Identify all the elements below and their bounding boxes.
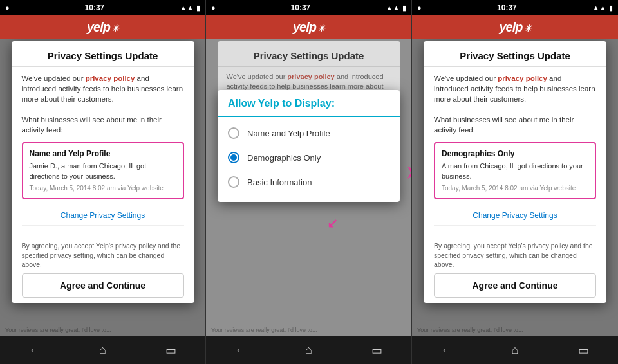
status-left-2: ●: [211, 4, 216, 12]
agree-btn-3[interactable]: Agree and Continue: [434, 273, 596, 298]
android-icon-3: ●: [417, 4, 422, 12]
status-bar-2: ● 10:37 ▲▲ ▮: [206, 0, 411, 15]
modal-overlay-3: Privacy Settings Update We've updated ou…: [412, 39, 618, 336]
recent-btn-3[interactable]: ▭: [571, 338, 597, 363]
activity-date-3: Today, March 5, 2014 8:02 am via Yelp we…: [442, 184, 588, 193]
yelp-star-1: ✳: [111, 23, 118, 33]
modal-body-1: We've updated our privacy policy and int…: [12, 67, 194, 236]
agree-footer-1: By agreeing, you accept Yelp's privacy p…: [12, 236, 194, 303]
home-btn-2[interactable]: ⌂: [295, 338, 321, 363]
activity-box-1: Name and Yelp Profile Jamie D., a man fr…: [22, 142, 184, 200]
status-bar-1: ● 10:37 ▲▲ ▮: [0, 0, 205, 15]
bottom-nav-1: ← ⌂ ▭: [0, 336, 205, 364]
battery-icon-2: ▮: [402, 4, 406, 12]
sub-text-3: What businesses will see about me in the…: [434, 116, 574, 134]
footer-text-3: By agreeing, you accept Yelp's privacy p…: [434, 242, 593, 268]
status-time-2: 10:37: [291, 3, 311, 12]
battery-icon-1: ▮: [196, 4, 200, 12]
back-btn-1[interactable]: ←: [21, 338, 47, 363]
android-icon: ●: [5, 4, 10, 12]
radio-option-demographics[interactable]: Demographics Only: [218, 145, 400, 170]
back-btn-3[interactable]: ←: [433, 338, 459, 363]
intro-text-1: We've updated our: [22, 75, 86, 82]
modal-box-1: Privacy Settings Update We've updated ou…: [12, 41, 194, 303]
activity-date-1: Today, March 5, 2014 8:02 am via Yelp we…: [30, 184, 176, 193]
radio-option-name[interactable]: Name and Yelp Profile: [218, 121, 400, 145]
bottom-nav-2: ← ⌂ ▭: [206, 336, 411, 364]
privacy-link-1[interactable]: privacy policy: [86, 75, 135, 82]
activity-desc-3: A man from Chicago, IL got directions to…: [442, 161, 588, 181]
status-time-3: 10:37: [497, 3, 517, 12]
modal-box-3: Privacy Settings Update We've updated ou…: [424, 41, 606, 303]
panel-2: ● 10:37 ▲▲ ▮ yelp✳ Your reviews are real…: [206, 0, 412, 364]
radio-option-basic[interactable]: Basic Information: [218, 170, 400, 194]
arrow-down-radio: ↙: [327, 215, 338, 231]
privacy-link-3[interactable]: privacy policy: [498, 75, 547, 82]
bg-modal-title-2: Privacy Settings Update: [218, 41, 400, 67]
radio-circle-name[interactable]: [228, 127, 239, 139]
signal-icon-3: ▲▲: [592, 4, 606, 12]
home-btn-3[interactable]: ⌂: [502, 338, 528, 363]
status-left-1: ●: [5, 4, 10, 12]
battery-icon-3: ▮: [609, 4, 613, 12]
change-privacy-btn-1[interactable]: Change Privacy Settings: [22, 206, 184, 226]
activity-desc-1: Jamie D., a man from Chicago, IL got dir…: [30, 161, 176, 181]
yelp-bar-3: yelp✳: [412, 15, 618, 39]
modal-title-1: Privacy Settings Update: [12, 41, 194, 67]
dropdown-popup-2: Allow Yelp to Display: Name and Yelp Pro…: [218, 90, 400, 202]
back-btn-2[interactable]: ←: [227, 338, 253, 363]
sub-text-1: What businesses will see about me in the…: [22, 116, 162, 134]
modal-title-3: Privacy Settings Update: [424, 41, 606, 67]
phone-content-2: Your reviews are really great, I'd love …: [206, 39, 411, 336]
yelp-logo-1: yelp✳: [87, 20, 118, 35]
phone-content-1: Your reviews are really great, I'd love …: [0, 39, 205, 336]
signal-icon-1: ▲▲: [180, 4, 194, 12]
intro-text-3: We've updated our: [434, 75, 498, 82]
modal-overlay-1: Privacy Settings Update We've updated ou…: [0, 39, 205, 336]
agree-btn-1[interactable]: Agree and Continue: [22, 273, 184, 298]
yelp-bar-1: yelp✳: [0, 15, 205, 39]
dropdown-title-2: Allow Yelp to Display:: [218, 98, 400, 117]
home-btn-1[interactable]: ⌂: [89, 338, 115, 363]
activity-box-3: Demographics Only A man from Chicago, IL…: [434, 142, 596, 200]
signal-icon-2: ▲▲: [386, 4, 400, 12]
android-icon-2: ●: [211, 4, 216, 12]
recent-btn-2[interactable]: ▭: [364, 338, 390, 363]
status-left-3: ●: [417, 4, 422, 12]
change-privacy-btn-3[interactable]: Change Privacy Settings: [434, 206, 596, 226]
bottom-nav-3: ← ⌂ ▭: [412, 336, 618, 364]
yelp-star-2: ✳: [317, 23, 324, 33]
activity-title-1: Name and Yelp Profile: [30, 149, 176, 159]
yelp-logo-2: yelp✳: [293, 20, 324, 35]
status-right-1: ▲▲ ▮: [180, 4, 200, 12]
radio-label-demographics: Demographics Only: [247, 153, 321, 163]
radio-label-basic: Basic Information: [247, 177, 312, 187]
radio-circle-demographics[interactable]: [228, 152, 239, 163]
panel-1: ● 10:37 ▲▲ ▮ yelp✳ Your reviews are real…: [0, 0, 206, 364]
status-right-3: ▲▲ ▮: [592, 4, 613, 12]
arrow-right-2: ➤: [406, 164, 411, 181]
panel-3: ● 10:37 ▲▲ ▮ yelp✳ Your reviews are real…: [412, 0, 618, 364]
footer-text-1: By agreeing, you accept Yelp's privacy p…: [22, 242, 181, 268]
yelp-bar-2: yelp✳: [206, 15, 411, 39]
recent-btn-1[interactable]: ▭: [158, 338, 184, 363]
activity-title-3: Demographics Only: [442, 149, 588, 159]
yelp-logo-3: yelp✳: [499, 20, 530, 35]
radio-label-name: Name and Yelp Profile: [247, 129, 330, 138]
status-time-1: 10:37: [85, 3, 105, 12]
agree-footer-3: By agreeing, you accept Yelp's privacy p…: [424, 236, 606, 303]
status-right-2: ▲▲ ▮: [386, 4, 406, 12]
radio-circle-basic[interactable]: [228, 176, 239, 188]
yelp-star-3: ✳: [524, 23, 531, 33]
modal-body-3: We've updated our privacy policy and int…: [424, 67, 606, 236]
phone-content-3: Your reviews are really great, I'd love …: [412, 39, 618, 336]
status-bar-3: ● 10:37 ▲▲ ▮: [412, 0, 618, 15]
